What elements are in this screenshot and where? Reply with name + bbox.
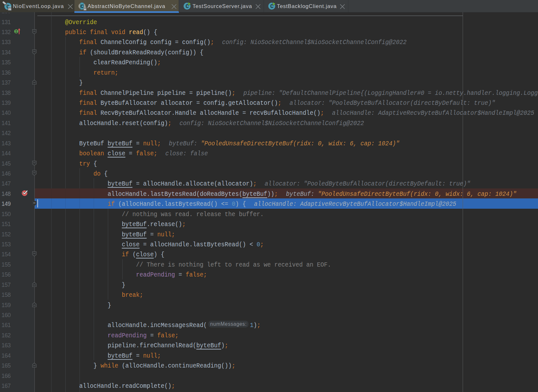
svg-text:C: C [80, 4, 84, 10]
